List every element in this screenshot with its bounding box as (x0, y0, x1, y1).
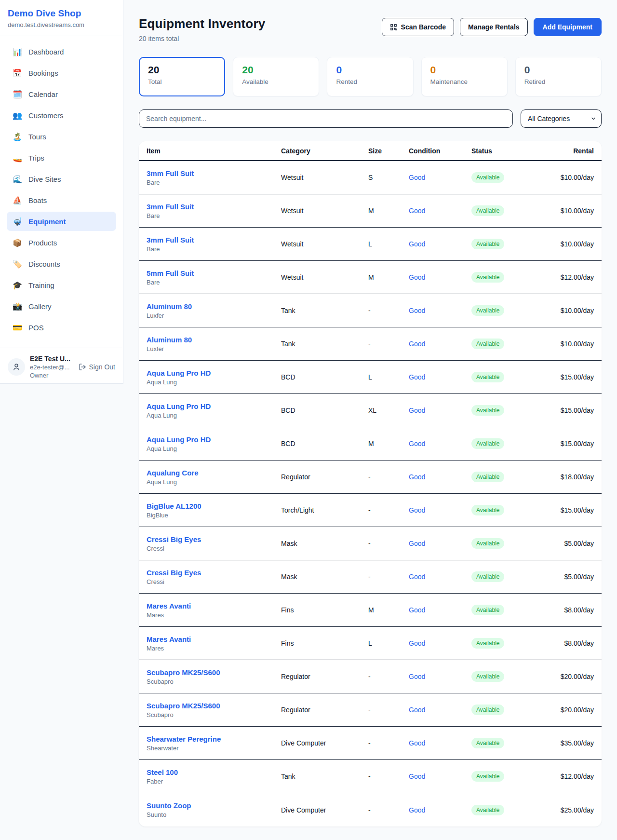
rental-cell: $15.00/day (545, 506, 594, 514)
brand-name[interactable]: Demo Dive Shop (8, 8, 115, 19)
add-equipment-button[interactable]: Add Equipment (534, 18, 602, 36)
item-name-link[interactable]: 3mm Full Suit (147, 169, 281, 177)
stat-card-retired[interactable]: 0 Retired (515, 57, 602, 96)
size-cell: - (368, 706, 409, 714)
item-name-link[interactable]: 3mm Full Suit (147, 236, 281, 244)
condition-link[interactable]: Good (409, 240, 471, 248)
sidebar-item-label: Bookings (28, 69, 58, 77)
scan-barcode-button[interactable]: Scan Barcode (382, 18, 454, 36)
sidebar-item-dashboard[interactable]: 📊 Dashboard (7, 42, 116, 61)
item-name-link[interactable]: Aqua Lung Pro HD (147, 369, 281, 377)
item-name-link[interactable]: Steel 100 (147, 768, 281, 776)
sidebar-item-boats[interactable]: ⛵ Boats (7, 190, 116, 210)
category-select[interactable]: All Categories (521, 109, 602, 128)
item-name-link[interactable]: Scubapro MK25/S600 (147, 702, 281, 710)
sidebar-item-equipment[interactable]: 🤿 Equipment (7, 212, 116, 231)
size-cell: L (368, 373, 409, 381)
item-name-link[interactable]: Mares Avanti (147, 602, 281, 610)
condition-link[interactable]: Good (409, 540, 471, 547)
condition-link[interactable]: Good (409, 772, 471, 780)
page-title: Equipment Inventory (139, 16, 265, 31)
condition-link[interactable]: Good (409, 440, 471, 447)
condition-link[interactable]: Good (409, 706, 471, 714)
page-title-block: Equipment Inventory 20 items total (139, 16, 265, 42)
calendar-icon: 🗓️ (13, 90, 22, 99)
sidebar-item-products[interactable]: 📦 Products (7, 233, 116, 252)
table-row: Aluminum 80 Luxfer Tank - Good Available… (139, 327, 602, 361)
item-name-link[interactable]: Mares Avanti (147, 635, 281, 643)
condition-link[interactable]: Good (409, 506, 471, 514)
item-name-link[interactable]: Aluminum 80 (147, 336, 281, 344)
category-cell: Regulator (281, 473, 368, 481)
status-cell: Available (471, 305, 545, 316)
condition-link[interactable]: Good (409, 673, 471, 680)
condition-link[interactable]: Good (409, 340, 471, 348)
item-brand: Aqua Lung (147, 412, 281, 419)
item-name-link[interactable]: Aqua Lung Pro HD (147, 402, 281, 410)
item-name-link[interactable]: Aqua Lung Pro HD (147, 435, 281, 444)
sidebar-item-training[interactable]: 🎓 Training (7, 275, 116, 295)
condition-link[interactable]: Good (409, 573, 471, 581)
sidebar-item-pos[interactable]: 💳 POS (7, 318, 116, 337)
filter-bar: All Categories (139, 109, 602, 128)
condition-link[interactable]: Good (409, 174, 471, 181)
stat-card-total[interactable]: 20 Total (139, 57, 225, 96)
stat-card-rented[interactable]: 0 Rented (327, 57, 413, 96)
condition-link[interactable]: Good (409, 606, 471, 614)
sidebar-item-bookings[interactable]: 📅 Bookings (7, 63, 116, 82)
condition-link[interactable]: Good (409, 739, 471, 747)
item-name-link[interactable]: Suunto Zoop (147, 801, 281, 810)
sidebar-item-gallery[interactable]: 📸 Gallery (7, 297, 116, 316)
condition-link[interactable]: Good (409, 806, 471, 814)
sidebar-item-calendar[interactable]: 🗓️ Calendar (7, 84, 116, 104)
condition-link[interactable]: Good (409, 473, 471, 481)
item-name-link[interactable]: Scubapro MK25/S600 (147, 668, 281, 677)
category-cell: Fins (281, 606, 368, 614)
item-cell: 3mm Full Suit Bare (147, 236, 281, 253)
column-header-rental: Rental (545, 147, 594, 155)
item-name-link[interactable]: BigBlue AL1200 (147, 502, 281, 510)
size-cell: - (368, 506, 409, 514)
condition-link[interactable]: Good (409, 207, 471, 215)
item-name-link[interactable]: 5mm Full Suit (147, 269, 281, 277)
sidebar-item-label: Dive Sites (28, 175, 61, 183)
sign-out-button[interactable]: Sign Out (79, 363, 115, 371)
category-cell: Mask (281, 540, 368, 547)
item-cell: Aqua Lung Pro HD Aqua Lung (147, 435, 281, 452)
item-name-link[interactable]: Shearwater Peregrine (147, 735, 281, 743)
condition-link[interactable]: Good (409, 273, 471, 281)
sidebar-item-dive-sites[interactable]: 🌊 Dive Sites (7, 169, 116, 189)
condition-link[interactable]: Good (409, 373, 471, 381)
sidebar-item-customers[interactable]: 👥 Customers (7, 106, 116, 125)
table-row: Steel 100 Faber Tank - Good Available $1… (139, 760, 602, 793)
condition-link[interactable]: Good (409, 406, 471, 414)
sidebar-item-tours[interactable]: 🏝️ Tours (7, 127, 116, 146)
item-name-link[interactable]: Aluminum 80 (147, 302, 281, 311)
stat-card-available[interactable]: 20 Available (233, 57, 319, 96)
manage-rentals-button[interactable]: Manage Rentals (460, 18, 528, 36)
item-name-link[interactable]: Aqualung Core (147, 469, 281, 477)
rental-cell: $8.00/day (545, 639, 594, 647)
search-input[interactable] (139, 109, 513, 128)
item-name-link[interactable]: 3mm Full Suit (147, 203, 281, 211)
trips-icon: 🚤 (13, 153, 22, 163)
item-name-link[interactable]: Cressi Big Eyes (147, 535, 281, 543)
stat-card-maintenance[interactable]: 0 Maintenance (421, 57, 508, 96)
status-badge: Available (471, 671, 504, 682)
stat-label: Maintenance (430, 78, 498, 85)
sidebar-item-trips[interactable]: 🚤 Trips (7, 148, 116, 167)
table-row: Cressi Big Eyes Cressi Mask - Good Avail… (139, 560, 602, 594)
stat-label: Rented (336, 78, 404, 85)
equipment-icon: 🤿 (13, 217, 22, 226)
column-header-condition: Condition (409, 147, 471, 155)
table-row: 3mm Full Suit Bare Wetsuit L Good Availa… (139, 228, 602, 261)
status-badge: Available (471, 305, 504, 316)
status-cell: Available (471, 438, 545, 449)
item-brand: Bare (147, 179, 281, 186)
condition-link[interactable]: Good (409, 639, 471, 647)
dashboard-icon: 📊 (13, 47, 22, 56)
status-badge: Available (471, 239, 504, 249)
condition-link[interactable]: Good (409, 307, 471, 314)
item-name-link[interactable]: Cressi Big Eyes (147, 569, 281, 577)
sidebar-item-discounts[interactable]: 🏷️ Discounts (7, 254, 116, 273)
